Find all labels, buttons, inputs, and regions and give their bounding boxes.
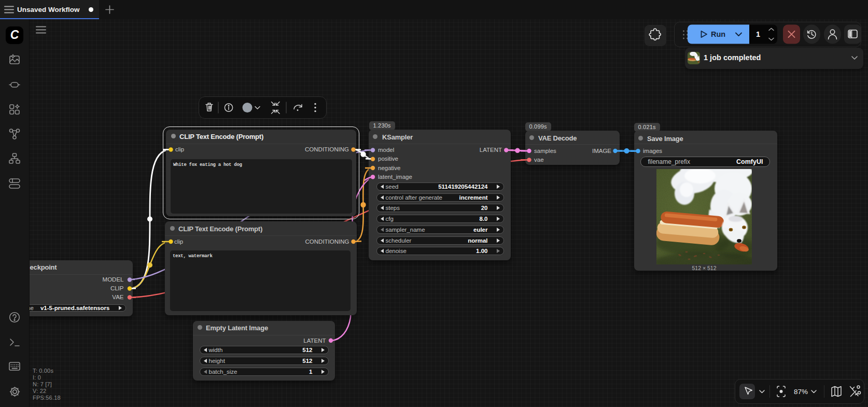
svg-text:87%: 87% bbox=[794, 388, 808, 396]
svg-text:Run: Run bbox=[711, 30, 725, 38]
svg-text:1: 1 bbox=[756, 30, 760, 38]
